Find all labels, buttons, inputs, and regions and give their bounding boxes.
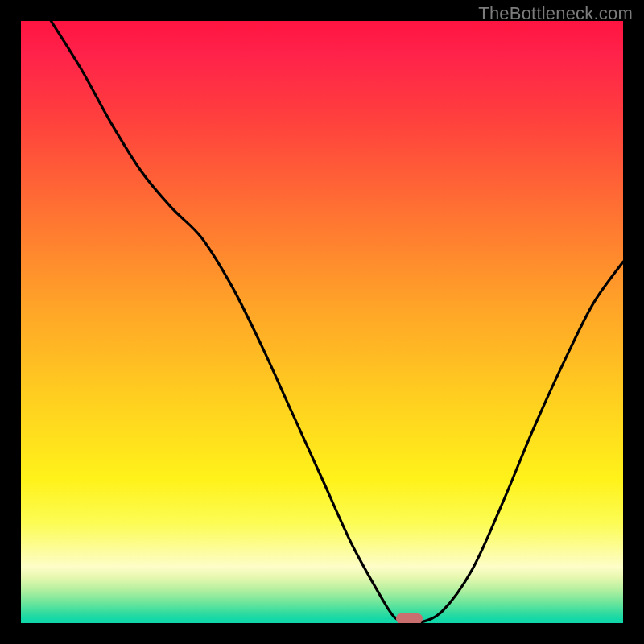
watermark-text: TheBottleneck.com xyxy=(478,3,633,24)
curve-layer xyxy=(21,21,623,623)
plot-area xyxy=(21,21,623,623)
chart-frame: TheBottleneck.com xyxy=(0,0,644,644)
bottleneck-curve xyxy=(51,21,623,623)
optimal-marker xyxy=(396,613,423,623)
